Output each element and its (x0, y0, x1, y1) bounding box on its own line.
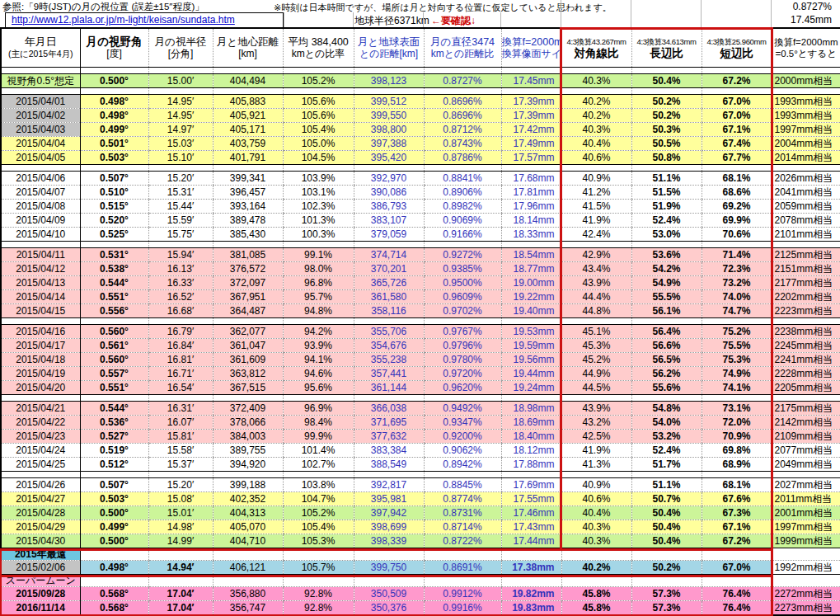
cell-empty[interactable] (283, 318, 354, 325)
cell-surf[interactable]: 392,817 (354, 478, 424, 492)
cell-date[interactable]: 2015/04/23 (1, 430, 80, 444)
cell-equiv[interactable]: 1993mm相当 (772, 109, 840, 123)
cell-diam[interactable]: 0.8841% (424, 172, 501, 186)
cell-diam[interactable]: 0.9720% (424, 367, 501, 381)
cell-empty[interactable] (702, 318, 772, 325)
cell-ratio[interactable]: 94.1% (283, 353, 354, 367)
cell-empty[interactable] (283, 548, 354, 561)
cell-empty[interactable] (772, 165, 840, 172)
cell-long[interactable]: 56.6% (631, 339, 702, 353)
cell-surf[interactable]: 398,699 (354, 520, 424, 534)
cell-angle[interactable]: 0.500° (80, 506, 148, 520)
cell-long[interactable]: 52.4% (631, 214, 702, 228)
cell-surf[interactable]: 350,376 (354, 601, 424, 615)
cell-diag[interactable]: 43.9% (561, 276, 631, 290)
cell-long[interactable]: 51.9% (631, 200, 702, 214)
cell-short[interactable]: 69.9% (702, 214, 772, 228)
cell-empty[interactable] (283, 575, 354, 587)
cell-size[interactable]: 19.59mm (501, 339, 561, 353)
column-header-surf[interactable]: 月と地球表面との距離[km] (354, 28, 424, 68)
cell-diam[interactable]: 0.9062% (424, 444, 501, 458)
cell-short[interactable]: 69.2% (702, 200, 772, 214)
cell-empty[interactable] (80, 472, 148, 478)
cell-surf[interactable]: 392,970 (354, 172, 424, 186)
cell-date[interactable]: 2015/04/26 (1, 478, 80, 492)
cell-long[interactable]: 50.2% (631, 95, 702, 109)
column-header-ratio[interactable]: 平均 384,400kmとの比率 (283, 28, 354, 68)
cell-angle[interactable]: 0.519° (80, 444, 148, 458)
cell-angle[interactable]: 0.525° (80, 228, 148, 242)
cell-ratio[interactable]: 93.9% (283, 339, 354, 353)
cell-empty[interactable] (1, 88, 80, 95)
cell-angle[interactable]: 0.510° (80, 186, 148, 200)
cell-long[interactable]: 56.5% (631, 353, 702, 367)
cell-diam[interactable]: 0.9385% (424, 262, 501, 276)
cell-angle[interactable]: 0.568° (80, 601, 148, 615)
cell-angle[interactable]: 0.561° (80, 339, 148, 353)
cell-empty[interactable] (772, 318, 840, 325)
cell-short[interactable]: 68.6% (702, 186, 772, 200)
cell-surf[interactable]: 361,580 (354, 290, 424, 304)
cell-short[interactable]: 67.0% (702, 109, 772, 123)
cell-diag[interactable]: 40.3% (561, 74, 631, 88)
cell-surf[interactable]: 366,038 (354, 402, 424, 416)
cell-date[interactable]: 2015/04/19 (1, 367, 80, 381)
cell-dist[interactable]: 384,003 (213, 430, 283, 444)
cell-angle[interactable]: 0.551° (80, 381, 148, 395)
cell-size[interactable]: 18.40mm (501, 430, 561, 444)
cell-date[interactable]: 2015/04/21 (1, 402, 80, 416)
cell-dist[interactable]: 372,409 (213, 402, 283, 416)
cell-dist[interactable]: 404,313 (213, 506, 283, 520)
cell-date[interactable]: 2015/04/30 (1, 534, 80, 548)
cell-dist[interactable]: 396,457 (213, 186, 283, 200)
cell-angle[interactable]: 0.527° (80, 430, 148, 444)
cell-surf[interactable]: 365,726 (354, 276, 424, 290)
cell-empty[interactable] (148, 395, 213, 402)
cell-long[interactable]: 56.1% (631, 304, 702, 318)
cell-diam[interactable]: 0.9912% (424, 587, 501, 601)
cell-short[interactable]: 75.2% (702, 325, 772, 339)
cell-diam[interactable]: 0.8722% (424, 534, 501, 548)
cell-angle[interactable]: 0.515° (80, 200, 148, 214)
cell-date[interactable]: 2015/04/15 (1, 304, 80, 318)
cell-short[interactable]: 71.4% (702, 248, 772, 262)
cell-dist[interactable]: 361,047 (213, 339, 283, 353)
cell-long[interactable]: 50.5% (631, 137, 702, 151)
cell-empty[interactable] (1, 68, 80, 74)
cell-ratio[interactable]: 95.6% (283, 381, 354, 395)
cell-angle[interactable]: 0.560° (80, 353, 148, 367)
cell-short[interactable]: 67.3% (702, 506, 772, 520)
cell-radius[interactable]: 15.58′ (148, 444, 213, 458)
cell-empty[interactable] (80, 548, 148, 561)
cell-empty[interactable] (424, 472, 501, 478)
cell-empty[interactable] (501, 318, 561, 325)
cell-long[interactable]: 57.3% (631, 587, 702, 601)
cell-diag[interactable]: 40.9% (561, 172, 631, 186)
cell-angle[interactable]: 0.498° (80, 95, 148, 109)
cell-dist[interactable]: 378,066 (213, 416, 283, 430)
cell-long[interactable]: 51.1% (631, 172, 702, 186)
cell-date[interactable]: 2015/04/01 (1, 95, 80, 109)
cell-ratio[interactable]: 103.9% (283, 172, 354, 186)
cell-radius[interactable]: 15.81′ (148, 430, 213, 444)
cell-empty[interactable] (631, 395, 702, 402)
cell-empty[interactable] (561, 165, 631, 172)
cell-date[interactable]: 2015/04/29 (1, 520, 80, 534)
cell-empty[interactable] (80, 242, 148, 248)
cell-short[interactable]: 69.8% (702, 444, 772, 458)
cell-surf[interactable]: 386,793 (354, 200, 424, 214)
cell-angle[interactable]: 0.544° (80, 276, 148, 290)
cell-long[interactable]: 50.3% (631, 123, 702, 137)
cell-size[interactable]: 17.38mm (501, 561, 561, 575)
cell-dist[interactable]: 364,487 (213, 304, 283, 318)
cell-ratio[interactable]: 99.9% (283, 430, 354, 444)
cell-ratio[interactable]: 105.6% (283, 109, 354, 123)
cell-empty[interactable] (501, 575, 561, 587)
cell-ratio[interactable]: 94.2% (283, 325, 354, 339)
cell-long[interactable]: 54.0% (631, 416, 702, 430)
cell-short[interactable]: 67.1% (702, 520, 772, 534)
cell-date[interactable]: 2015/02/06 (1, 561, 80, 575)
cell-radius[interactable]: 16.52′ (148, 290, 213, 304)
cell-angle[interactable]: 0.560° (80, 325, 148, 339)
cell-short[interactable]: 75.3% (702, 353, 772, 367)
